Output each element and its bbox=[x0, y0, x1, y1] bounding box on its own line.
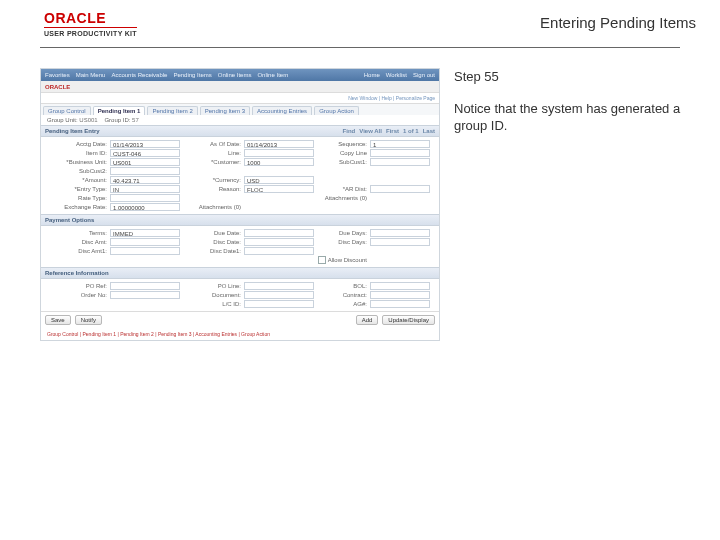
lbl: Rate Type: bbox=[47, 195, 107, 201]
lbl: As Of Date: bbox=[183, 141, 241, 147]
lbl: Document: bbox=[183, 292, 241, 298]
lbl: Attachments (0) bbox=[183, 204, 241, 210]
tab-pending-item-1[interactable]: Pending Item 1 bbox=[93, 106, 146, 115]
brand-bar: ORACLE USER PRODUCTIVITY KIT Entering Pe… bbox=[0, 0, 720, 41]
lbl: *Amount: bbox=[47, 177, 107, 183]
group-unit-value: US001 bbox=[79, 117, 97, 123]
lbl: Contract: bbox=[317, 292, 367, 298]
step-label: Step 55 bbox=[454, 68, 700, 86]
lbl: Due Days: bbox=[317, 230, 367, 236]
lbl: *AR Dist: bbox=[317, 186, 367, 192]
nav-right: Worklist bbox=[386, 72, 407, 78]
add-button[interactable]: Add bbox=[356, 315, 379, 325]
inp[interactable]: 1.00000000 bbox=[110, 203, 180, 211]
update-display-button[interactable]: Update/Display bbox=[382, 315, 435, 325]
tab-group-action[interactable]: Group Action bbox=[314, 106, 359, 115]
inp[interactable]: 01/14/2013 bbox=[110, 140, 180, 148]
nav-right: Sign out bbox=[413, 72, 435, 78]
tab-pending-item-2[interactable]: Pending Item 2 bbox=[147, 106, 197, 115]
lbl: Due Date: bbox=[183, 230, 241, 236]
lbl: BOL: bbox=[317, 283, 367, 289]
inp[interactable]: US001 bbox=[110, 158, 180, 166]
lbl: PO Line: bbox=[183, 283, 241, 289]
lbl: Disc Date: bbox=[183, 239, 241, 245]
group-id-label: Group ID: bbox=[104, 117, 130, 123]
tool-find[interactable]: Find bbox=[343, 128, 356, 134]
inp[interactable] bbox=[370, 238, 430, 246]
footer-buttons: Save Notify Add Update/Display bbox=[41, 311, 439, 328]
inp[interactable] bbox=[110, 291, 180, 299]
lbl: Disc Amt1: bbox=[47, 248, 107, 254]
group-id-value: 57 bbox=[132, 117, 139, 123]
inp[interactable] bbox=[370, 185, 430, 193]
tool-count: 1 of 1 bbox=[403, 128, 419, 134]
nav-item: Favorites bbox=[45, 72, 70, 78]
save-button[interactable]: Save bbox=[45, 315, 71, 325]
inp[interactable]: IN bbox=[110, 185, 180, 193]
inp[interactable] bbox=[244, 282, 314, 290]
inp[interactable]: FLOC bbox=[244, 185, 314, 193]
lbl: Disc Date1: bbox=[183, 248, 241, 254]
nav-item: Online Item bbox=[257, 72, 288, 78]
inp[interactable]: 40,423.71 bbox=[110, 176, 180, 184]
lbl: Line: bbox=[183, 150, 241, 156]
tab-strip: Group Control Pending Item 1 Pending Ite… bbox=[41, 104, 439, 115]
tab-pending-item-3[interactable]: Pending Item 3 bbox=[200, 106, 250, 115]
inp[interactable] bbox=[370, 300, 430, 308]
inp[interactable]: CUST-046 bbox=[110, 149, 180, 157]
tool-viewall[interactable]: View All bbox=[359, 128, 382, 134]
inp[interactable] bbox=[244, 149, 314, 157]
allow-discount-checkbox[interactable] bbox=[318, 256, 326, 264]
brand-subtitle: USER PRODUCTIVITY KIT bbox=[44, 27, 137, 37]
group-meta: Group Unit: US001 Group ID: 57 bbox=[41, 115, 439, 125]
inp[interactable]: 01/14/2013 bbox=[244, 140, 314, 148]
lbl: Acctg Date: bbox=[47, 141, 107, 147]
inp[interactable] bbox=[244, 238, 314, 246]
section-pending-title: Pending Item Entry bbox=[45, 128, 100, 134]
nav-item: Pending Items bbox=[173, 72, 211, 78]
inp[interactable] bbox=[110, 247, 180, 255]
app-subnav: ORACLE bbox=[41, 81, 439, 93]
tool-first[interactable]: First bbox=[386, 128, 399, 134]
inp[interactable] bbox=[370, 149, 430, 157]
inp[interactable] bbox=[110, 194, 180, 202]
lbl: Disc Amt: bbox=[47, 239, 107, 245]
oracle-logo: ORACLE bbox=[44, 10, 137, 26]
nav-right: Home bbox=[364, 72, 380, 78]
lbl: *Currency: bbox=[183, 177, 241, 183]
inp[interactable] bbox=[370, 158, 430, 166]
inp[interactable]: 1 bbox=[370, 140, 430, 148]
inp[interactable] bbox=[370, 282, 430, 290]
ref-form: PO Ref: PO Line: BOL: Order No: Document… bbox=[41, 279, 439, 311]
tab-group-control[interactable]: Group Control bbox=[43, 106, 91, 115]
window-tools: New Window | Help | Personalize Page bbox=[41, 93, 439, 104]
inp[interactable] bbox=[244, 300, 314, 308]
tool-last[interactable]: Last bbox=[423, 128, 435, 134]
brand-block: ORACLE USER PRODUCTIVITY KIT bbox=[44, 10, 137, 37]
inp[interactable] bbox=[370, 291, 430, 299]
lbl: SubCust2: bbox=[47, 168, 107, 174]
inp[interactable] bbox=[244, 229, 314, 237]
lbl: AG#: bbox=[317, 301, 367, 307]
tab-accounting-entries[interactable]: Accounting Entries bbox=[252, 106, 312, 115]
inp[interactable]: IMMED bbox=[110, 229, 180, 237]
inp[interactable]: 1000 bbox=[244, 158, 314, 166]
nav-item: Online Items bbox=[218, 72, 252, 78]
section-ref-head: Reference Information bbox=[41, 267, 439, 279]
inp[interactable]: USD bbox=[244, 176, 314, 184]
lbl: L/C ID: bbox=[183, 301, 241, 307]
inp[interactable] bbox=[110, 282, 180, 290]
nav-item: Main Menu bbox=[76, 72, 106, 78]
inp[interactable] bbox=[110, 238, 180, 246]
inp[interactable] bbox=[370, 229, 430, 237]
inp[interactable] bbox=[110, 167, 180, 175]
app-navbar: Favorites Main Menu Accounts Receivable … bbox=[41, 69, 439, 81]
notify-button[interactable]: Notify bbox=[75, 315, 102, 325]
inp[interactable] bbox=[244, 291, 314, 299]
instruction-column: Step 55 Notice that the system has gener… bbox=[454, 68, 700, 341]
allow-discount-label: Allow Discount bbox=[317, 256, 367, 264]
page-title: Entering Pending Items bbox=[540, 10, 700, 31]
inp[interactable] bbox=[244, 247, 314, 255]
bottom-tab-links: Group Control | Pending Item 1 | Pending… bbox=[41, 328, 439, 340]
content-row: Favorites Main Menu Accounts Receivable … bbox=[0, 48, 720, 341]
